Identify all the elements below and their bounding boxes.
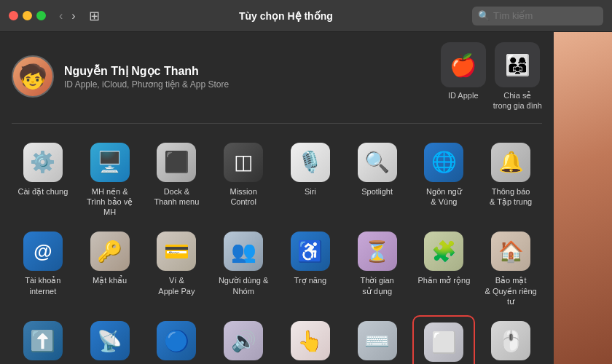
password-label: Mật khẩu — [93, 275, 127, 285]
screentime-icon: ⏳ — [364, 240, 390, 264]
fullscreen-button[interactable] — [36, 11, 46, 20]
network-icon-box: 📡 — [90, 321, 130, 360]
nav-arrows: ‹ › — [56, 9, 79, 23]
desktop-label: MH nền &Trình bảo vệ MH — [82, 186, 138, 218]
internet-icon-box: @ — [23, 232, 63, 271]
siri-label: Siri — [305, 186, 316, 197]
profile-name: Nguyễn Thị Ngọc Thanh — [64, 64, 431, 78]
extensions-icon-box: 🧩 — [424, 232, 463, 271]
trackpad-icon: ⬜ — [431, 331, 457, 355]
dock-icon: ⬛ — [164, 150, 189, 174]
search-icon: 🔍 — [478, 10, 490, 21]
wallet-label: Ví &Apple Pay — [158, 275, 195, 296]
extensions-label: Phần mở rộng — [418, 275, 471, 285]
search-input[interactable] — [493, 10, 597, 21]
users-label: Người dùng &Nhóm — [219, 275, 268, 296]
grid-item-keyboard[interactable]: ⌨️Bàn phím — [346, 315, 409, 364]
general-icon: ⚙️ — [30, 150, 55, 174]
grid-item-sound[interactable]: 🔊Âm thanh — [212, 315, 275, 364]
general-icon-box: ⚙️ — [23, 143, 63, 182]
grid-row-1: @Tài khoảninternet🔑Mật khẩu💳Ví &Apple Pa… — [12, 226, 542, 311]
accessibility-icon-box: ♿ — [291, 232, 330, 271]
minimize-button[interactable] — [23, 11, 32, 20]
titlebar: ‹ › ⊞ Tùy chọn Hệ thống 🔍 — [0, 0, 612, 32]
spotlight-icon: 🔍 — [364, 150, 390, 174]
grid-item-notification[interactable]: 🔔Thông báo& Tập trung — [479, 137, 542, 222]
keyboard-icon-box: ⌨️ — [358, 321, 397, 360]
extensions-icon: 🧩 — [431, 240, 457, 264]
grid-item-language[interactable]: 🌐Ngôn ngữ& Vùng — [413, 137, 476, 222]
grid-item-accessibility[interactable]: ♿Trợ năng — [279, 226, 342, 311]
grid-item-users[interactable]: 👥Người dùng &Nhóm — [212, 226, 275, 311]
forward-arrow[interactable]: › — [68, 9, 78, 23]
grid-item-siri[interactable]: 🎙️Siri — [279, 137, 342, 222]
dock-label: Dock &Thanh menu — [154, 186, 199, 207]
grid-item-software[interactable]: ⬆️Cập nhậtphần mềm — [12, 315, 74, 364]
notification-icon: 🔔 — [498, 150, 524, 174]
apple-id-button[interactable]: 🍎 ID Apple — [441, 42, 486, 111]
grid-item-internet[interactable]: @Tài khoảninternet — [12, 226, 74, 311]
grid-item-desktop[interactable]: 🖥️MH nền &Trình bảo vệ MH — [79, 137, 141, 222]
privacy-icon-box: 🏠 — [491, 232, 530, 271]
grid-item-privacy[interactable]: 🏠Bảo mật& Quyền riêng tư — [479, 226, 542, 311]
sound-icon-box: 🔊 — [224, 321, 263, 360]
internet-icon: @ — [34, 240, 52, 263]
grid-item-bluetooth[interactable]: 🔵Bluetooth — [145, 315, 208, 364]
notification-label: Thông báo& Tập trung — [490, 186, 532, 207]
desktop-icon: 🖥️ — [97, 150, 122, 174]
mission-icon-box: ◫ — [224, 143, 263, 182]
siri-icon-box: 🎙️ — [291, 143, 330, 182]
profile-info: Nguyễn Thị Ngọc Thanh ID Apple, iCloud, … — [64, 64, 431, 90]
grid-row-2: ⬆️Cập nhậtphần mềm📡Mạng🔵Bluetooth🔊Âm tha… — [12, 315, 542, 364]
grid-item-network[interactable]: 📡Mạng — [79, 315, 141, 364]
keyboard-icon: ⌨️ — [364, 329, 390, 353]
grid-item-extensions[interactable]: 🧩Phần mở rộng — [413, 226, 476, 311]
grid-item-general[interactable]: ⚙️Cài đặt chung — [12, 137, 74, 222]
grid-icon[interactable]: ⊞ — [89, 8, 100, 24]
spotlight-label: Spotlight — [361, 186, 393, 197]
mouse-icon-box: 🖱️ — [491, 321, 530, 360]
grid-item-password[interactable]: 🔑Mật khẩu — [79, 226, 141, 311]
avatar-image: 🧒 — [18, 65, 47, 88]
traffic-lights — [9, 11, 46, 20]
sound-icon: 🔊 — [231, 329, 256, 353]
apple-id-label: ID Apple — [448, 90, 479, 100]
accessibility-label: Trợ năng — [294, 275, 327, 285]
password-icon-box: 🔑 — [90, 232, 130, 271]
grid-item-wallet[interactable]: 💳Ví &Apple Pay — [146, 226, 208, 311]
back-arrow[interactable]: ‹ — [56, 9, 66, 23]
users-icon: 👥 — [231, 240, 256, 264]
privacy-icon: 🏠 — [498, 240, 524, 264]
top-right-icons: 🍎 ID Apple 👨‍👩‍👧 Chia sẻtrong gia đình — [441, 42, 542, 111]
grid-item-spotlight[interactable]: 🔍Spotlight — [346, 137, 409, 222]
bluetooth-icon-box: 🔵 — [157, 321, 196, 360]
apple-id-icon: 🍎 — [450, 52, 476, 78]
main-panel: 🧒 Nguyễn Thị Ngọc Thanh ID Apple, iCloud… — [0, 32, 554, 364]
grid-item-screentime[interactable]: ⏳Thời giansử dụng — [346, 226, 409, 311]
software-icon: ⬆️ — [30, 329, 55, 353]
window-title: Tùy chọn Hệ thống — [106, 10, 466, 22]
grid-container: ⚙️Cài đặt chung🖥️MH nền &Trình bảo vệ MH… — [12, 137, 542, 364]
touchid-icon-box: 👆 — [291, 321, 330, 360]
close-button[interactable] — [9, 11, 18, 20]
wallet-icon: 💳 — [164, 240, 189, 264]
internet-label: Tài khoảninternet — [25, 275, 60, 296]
grid-item-dock[interactable]: ⬛Dock &Thanh menu — [146, 137, 208, 222]
bluetooth-icon: 🔵 — [164, 329, 189, 353]
family-sharing-icon: 👨‍👩‍👧 — [505, 53, 530, 77]
network-icon: 📡 — [97, 329, 122, 353]
wallet-icon-box: 💳 — [157, 232, 196, 271]
software-icon-box: ⬆️ — [23, 321, 63, 360]
family-sharing-button[interactable]: 👨‍👩‍👧 Chia sẻtrong gia đình — [493, 42, 542, 111]
privacy-label: Bảo mật& Quyền riêng tư — [482, 275, 539, 306]
grid-item-touchid[interactable]: 👆Touch ID — [279, 315, 342, 364]
profile-subtitle: ID Apple, iCloud, Phương tiện & App Stor… — [64, 79, 431, 90]
grid-item-mission[interactable]: ◫MissionControl — [212, 137, 275, 222]
mission-label: MissionControl — [230, 186, 256, 207]
grid-item-mouse[interactable]: 🖱️Chuột — [479, 315, 542, 364]
avatar[interactable]: 🧒 — [12, 55, 54, 98]
search-bar[interactable]: 🔍 — [472, 7, 603, 25]
language-label: Ngôn ngữ& Vùng — [426, 186, 462, 207]
grid-item-trackpad[interactable]: ⬜Bàn di chuột — [412, 315, 475, 364]
siri-icon: 🎙️ — [297, 150, 323, 174]
